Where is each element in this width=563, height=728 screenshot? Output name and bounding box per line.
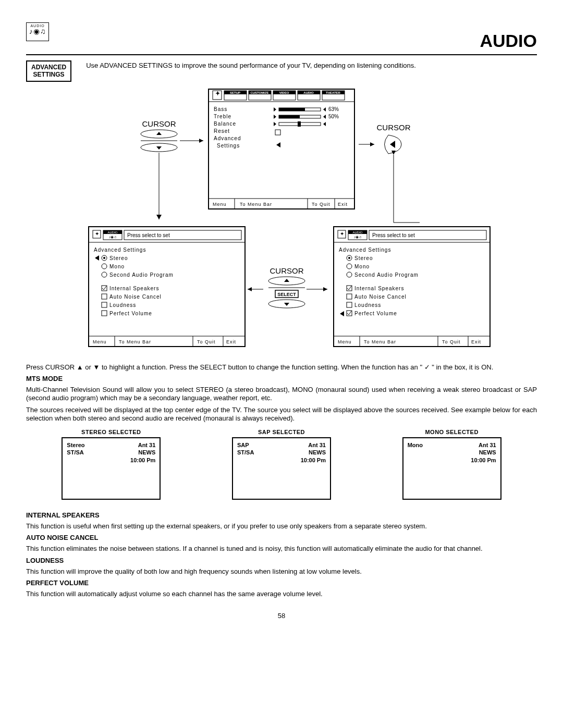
main-footer-quit: To Quit xyxy=(312,202,331,207)
svg-point-62 xyxy=(347,264,352,269)
sub-left-opt-stereo: Stereo xyxy=(109,255,128,261)
subl-f-menu: Menu xyxy=(93,339,107,344)
text-loudness: This function will improve the quality o… xyxy=(26,567,537,576)
box-sap: SAP ST/SA Ant 31 NEWS 10:00 Pm xyxy=(232,437,331,500)
audio-corner-icon: AUDIO ♪◉♫ xyxy=(26,22,49,41)
main-item-bass: Bass xyxy=(214,106,227,112)
adv-line2: SETTINGS xyxy=(33,71,65,78)
svg-point-37 xyxy=(103,257,105,259)
tab-theater: THEATER xyxy=(326,91,341,94)
svg-text:✦: ✦ xyxy=(215,90,220,96)
subr-f-menu: Menu xyxy=(338,339,352,344)
sub-left-opt-mono: Mono xyxy=(109,264,125,269)
main-footer-menu: Menu xyxy=(213,202,227,207)
menu-diagram: ✦ SETUP CUSTOMIZE VIDEO AUDIO THEATER xyxy=(47,86,516,357)
text-anc: This function eliminates the noise betwe… xyxy=(26,545,537,553)
mts-p2: The sources received will be displayed a… xyxy=(26,406,537,423)
svg-rect-19 xyxy=(298,121,301,127)
mono-r3: 10:00 Pm xyxy=(471,456,496,464)
page-number: 58 xyxy=(26,612,537,620)
adv-line1: ADVANCED xyxy=(31,64,66,71)
stereo-r1: Ant 31 xyxy=(130,441,155,449)
sub-right-icon-label: AUDIO xyxy=(352,231,362,234)
svg-point-38 xyxy=(102,264,107,269)
tab-customize: CUSTOMIZE xyxy=(250,91,268,94)
svg-point-63 xyxy=(347,272,352,277)
text-perfect-volume: This function will automatically adjust … xyxy=(26,590,537,598)
tab-audio: AUDIO xyxy=(303,91,314,94)
sub-right-opt-sap: Second Audio Program xyxy=(354,272,419,278)
sub-right-it-loud: Loudness xyxy=(354,302,381,308)
music-note-icon: ♪◉♫ xyxy=(29,28,46,35)
heading-internal-speakers: INTERNAL SPEAKERS xyxy=(26,511,537,519)
treble-value: 50% xyxy=(328,114,339,119)
sub-right-press: Press select to set xyxy=(372,232,415,238)
stereo-r2: NEWS xyxy=(130,449,155,456)
sub-right-opt-stereo: Stereo xyxy=(354,255,373,261)
sub-right-opt-mono: Mono xyxy=(354,264,370,269)
svg-text:✦: ✦ xyxy=(340,231,344,237)
svg-text:♪◉♫: ♪◉♫ xyxy=(109,235,117,239)
advanced-settings-box: ADVANCED SETTINGS xyxy=(26,60,71,82)
label-stereo-selected: STEREO SELECTED xyxy=(62,429,161,435)
sub-left-it-pv: Perfect Volume xyxy=(109,311,152,316)
sub-left-it-int: Internal Speakers xyxy=(109,286,159,291)
label-mono-selected: MONO SELECTED xyxy=(402,429,501,435)
sub-right-it-pv: Perfect Volume xyxy=(354,311,397,316)
subr-f-exit: Exit xyxy=(471,339,481,344)
tab-video: VIDEO xyxy=(279,91,289,94)
sub-right-it-anc: Auto Noise Cancel xyxy=(354,294,407,300)
main-item-reset: Reset xyxy=(214,128,230,134)
cursor-label-left: CURSOR xyxy=(142,119,176,128)
main-item-settings: Settings xyxy=(217,143,240,149)
box-mono: Mono Ant 31 NEWS 10:00 Pm xyxy=(402,437,501,500)
svg-rect-41 xyxy=(102,294,107,299)
sap-l1: SAP xyxy=(237,441,254,449)
label-sap-selected: SAP SELECTED xyxy=(232,429,331,435)
heading-anc: AUTO NOISE CANCEL xyxy=(26,534,537,541)
select-button-label: SELECT xyxy=(277,292,296,297)
svg-point-39 xyxy=(102,272,107,277)
subl-f-quit: To Quit xyxy=(197,339,216,344)
box-stereo: Stereo ST/SA Ant 31 NEWS 10:00 Pm xyxy=(62,437,161,500)
sap-r3: 10:00 Pm xyxy=(301,456,326,464)
page-title: AUDIO xyxy=(26,31,537,51)
heading-mts: MTS MODE xyxy=(26,375,537,382)
sub-left-it-anc: Auto Noise Cancel xyxy=(109,294,162,300)
selection-examples: STEREO SELECTED Stereo ST/SA Ant 31 NEWS… xyxy=(26,429,537,500)
stereo-r3: 10:00 Pm xyxy=(130,456,155,464)
main-footer-exit: Exit xyxy=(338,202,348,207)
subr-f-bar: To Menu Bar xyxy=(364,339,396,344)
svg-rect-42 xyxy=(102,302,107,307)
svg-point-61 xyxy=(348,257,350,259)
subr-f-quit: To Quit xyxy=(442,339,461,344)
svg-rect-66 xyxy=(347,302,352,307)
sub-left-title: Advanced Settings xyxy=(94,247,146,253)
mono-l1: Mono xyxy=(408,441,423,449)
mono-r2: NEWS xyxy=(471,449,496,456)
heading-loudness: LOUDNESS xyxy=(26,557,537,564)
main-item-advanced: Advanced xyxy=(214,135,241,141)
heading-perfect-volume: PERFECT VOLUME xyxy=(26,579,537,587)
svg-text:✦: ✦ xyxy=(95,231,99,237)
main-item-treble: Treble xyxy=(214,114,231,119)
main-item-balance: Balance xyxy=(214,121,236,127)
stereo-l1: Stereo xyxy=(67,441,84,449)
bass-value: 63% xyxy=(328,106,339,112)
tab-setup: SETUP xyxy=(230,91,240,94)
sub-right-title: Advanced Settings xyxy=(339,247,391,253)
mts-p1: Multi-Channel Television Sound will allo… xyxy=(26,386,537,403)
para-cursor-instruction: Press CURSOR ▲ or ▼ to highlight a funct… xyxy=(26,363,537,372)
sub-left-icon-label: AUDIO xyxy=(107,231,117,234)
sap-r1: Ant 31 xyxy=(301,441,326,449)
mono-r1: Ant 31 xyxy=(471,441,496,449)
text-internal-speakers: This function is useful when first setti… xyxy=(26,522,537,530)
stereo-l2: ST/SA xyxy=(67,449,84,456)
sap-r2: NEWS xyxy=(301,449,326,456)
sap-l2: ST/SA xyxy=(237,449,254,456)
svg-rect-65 xyxy=(347,294,352,299)
sub-left-press: Press select to set xyxy=(127,232,170,238)
sub-left-opt-sap: Second Audio Program xyxy=(109,272,174,278)
svg-rect-43 xyxy=(102,311,107,316)
cursor-label-right: CURSOR xyxy=(376,123,410,132)
